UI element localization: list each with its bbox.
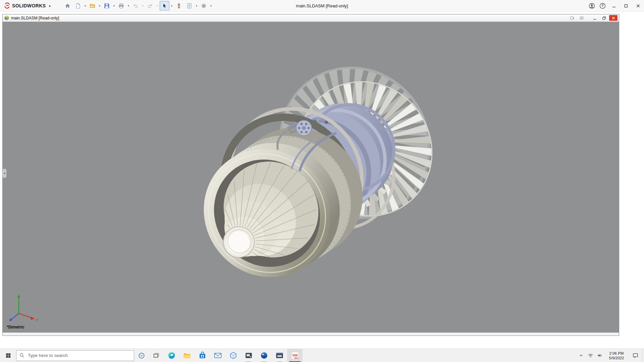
save-icon [104,3,110,9]
task-view-button[interactable] [149,349,164,362]
graphics-viewport[interactable]: x *Dimetric [3,22,619,333]
taskbar-app-3d-viewer[interactable] [225,349,241,362]
menu-flyout-arrow[interactable]: ▸ [49,4,51,8]
save-button[interactable] [102,1,112,10]
app-maximize-button[interactable] [620,0,632,11]
minimize-icon [611,3,616,8]
panel-collapse-tab[interactable] [3,169,7,178]
solidworks-2021-icon: SW2021 [291,351,299,360]
file-properties-dropdown[interactable]: ▾ [195,1,199,10]
open-button[interactable] [88,1,97,10]
file-properties-button[interactable] [184,1,194,10]
reference-triad: x [7,291,40,323]
doc-minimize-button[interactable] [590,15,599,21]
taskbar-clock[interactable]: 2:06 PM 5/9/2022 [604,351,629,360]
search-input[interactable] [27,353,131,358]
y-axis-arrow [17,295,20,298]
app-minimize-button[interactable] [608,0,620,11]
undo-button[interactable] [131,1,141,10]
notification-icon [632,352,639,359]
3dexperience-icon [260,351,268,360]
x-axis-arrow [31,317,35,320]
taskbar-app-solidworks-2021[interactable]: SW2021 [287,349,303,362]
clock-time: 2:06 PM [606,351,627,356]
snip-tool-icon [245,351,253,360]
print-button[interactable] [116,1,126,10]
task-view-icon [153,352,160,359]
tray-overflow-button[interactable] [576,349,586,362]
save-dropdown[interactable]: ▾ [112,1,116,10]
volume-button[interactable] [595,349,604,362]
microsoft-edge-icon [167,351,176,360]
new-window-button[interactable] [568,15,576,21]
new-document-icon [75,3,81,9]
viewport-canvas[interactable] [3,22,619,333]
taskbar-app-app-window[interactable] [272,349,287,362]
document-window-controls [568,15,618,21]
rebuild-icon [176,3,182,9]
toolbar-items: ▾▾▾▾▾▾▾▾▾ [62,1,213,10]
x-axis-label: x [36,317,38,321]
app-title-bar: SOLIDWORKS ▸ ▾▾▾▾▾▾▾▾▾ main.SLDASM [Read… [0,0,644,12]
close-icon [611,16,616,20]
document-window: main.SLDASM [Read-only] [2,14,619,336]
taskbar-app-mail[interactable] [210,349,225,362]
app-bar-right: ? [586,0,644,11]
file-properties-icon [186,3,192,9]
print-dropdown[interactable]: ▾ [126,1,130,10]
action-center-button[interactable] [629,349,642,362]
rebuild-button[interactable] [174,1,184,10]
select-icon [162,3,167,9]
cortana-button[interactable] [134,349,149,362]
print-icon [118,3,124,9]
document-title-bar[interactable]: main.SLDASM [Read-only] [3,14,619,22]
new-document-button[interactable] [73,1,83,10]
taskbar-app-3dexperience[interactable] [256,349,272,362]
options-dropdown[interactable]: ▾ [209,1,213,10]
open-icon [90,3,95,9]
microsoft-store-icon [198,351,207,360]
3d-viewer-icon [229,351,237,360]
taskbar-app-microsoft-edge[interactable] [164,349,179,362]
app-close-button[interactable] [632,0,644,11]
undo-icon [133,3,139,9]
taskbar-app-snip-tool[interactable] [241,349,256,362]
redo-dropdown[interactable]: ▾ [155,1,159,10]
select-button[interactable] [160,1,169,10]
options-button[interactable] [199,1,209,10]
restore-icon [602,16,606,20]
dassault-logo-icon [3,2,11,9]
taskbar-app-microsoft-store[interactable] [195,349,210,362]
system-tray: 2:06 PM 5/9/2022 [576,349,644,362]
new-document-dropdown[interactable]: ▾ [83,1,87,10]
jet-engine-model[interactable] [178,38,459,303]
start-button[interactable] [0,349,16,362]
network-button[interactable] [586,349,595,362]
taskbar-search[interactable] [16,350,134,361]
redo-button[interactable] [145,1,155,10]
document-title: main.SLDASM [Read-only] [11,16,59,20]
chevron-up-icon [578,353,584,358]
speaker-icon [597,353,603,358]
assembly-cube-icon [4,15,9,21]
tile-window-button[interactable] [577,15,586,21]
close-icon [636,3,641,8]
account-button[interactable] [586,0,597,11]
svg-text:?: ? [601,4,603,8]
doc-close-button[interactable] [609,15,618,21]
select-dropdown[interactable]: ▾ [170,1,174,10]
document-window-footer [3,333,619,336]
open-dropdown[interactable]: ▾ [98,1,102,10]
show-desktop-button[interactable] [642,349,644,362]
view-orientation-label: *Dimetric [7,325,24,329]
svg-text:SW: SW [292,353,298,357]
home-button[interactable] [63,1,72,10]
help-button[interactable]: ? [597,0,608,11]
z-axis-arrow [9,318,12,321]
file-explorer-icon [183,351,191,360]
solidworks-logo: SOLIDWORKS ▸ [0,2,51,9]
taskbar-app-file-explorer[interactable] [179,349,195,362]
doc-restore-button[interactable] [600,15,608,21]
undo-dropdown[interactable]: ▾ [141,1,145,10]
windows-logo-icon [5,353,11,358]
